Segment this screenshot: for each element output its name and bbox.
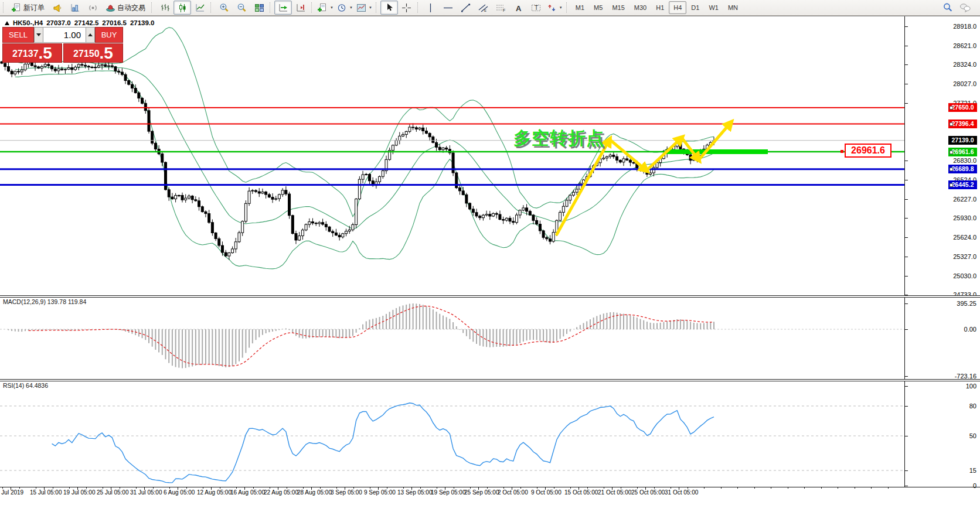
- chat-button[interactable]: [957, 1, 974, 15]
- date-minor-tick: [503, 487, 504, 489]
- tile-windows-icon: [254, 4, 264, 12]
- toolbar-handle[interactable]: [210, 2, 213, 13]
- signals-button[interactable]: [84, 1, 101, 15]
- trendline-button[interactable]: [457, 1, 475, 15]
- date-minor-tick: [36, 487, 36, 489]
- toolbar-handle[interactable]: [566, 2, 569, 13]
- date-tick: [345, 487, 345, 490]
- date-label: 22 Aug 05:00: [264, 489, 298, 496]
- vertical-line-button[interactable]: [422, 1, 440, 15]
- time-axis-line[interactable]: [0, 487, 980, 487]
- date-minor-tick: [186, 487, 187, 489]
- price-callout-box[interactable]: 26961.6: [845, 144, 891, 158]
- price-tick: [904, 276, 908, 277]
- timeframe-d1[interactable]: D1: [686, 1, 704, 14]
- zoom-in-button[interactable]: [215, 1, 233, 15]
- chevron-down-icon: ▼: [349, 6, 353, 9]
- bid-frac: .5: [39, 45, 52, 62]
- text-button[interactable]: A: [510, 1, 528, 15]
- text-label-button[interactable]: T: [528, 1, 545, 15]
- date-minor-tick: [554, 487, 554, 489]
- arrows-button[interactable]: ▼: [545, 1, 564, 15]
- date-minor-tick: [871, 487, 872, 489]
- tile-windows-button[interactable]: [250, 1, 268, 15]
- bid-price[interactable]: 27137 .5: [2, 43, 62, 63]
- rsi-layer[interactable]: [0, 403, 904, 483]
- indicators-button[interactable]: ▼: [316, 1, 335, 15]
- annotation-text[interactable]: 多空转折点: [513, 127, 604, 151]
- sell-button[interactable]: SELL: [2, 27, 34, 43]
- date-minor-tick: [236, 487, 237, 489]
- price-tick-label: 28621.0: [953, 42, 976, 49]
- date-minor-tick: [470, 487, 471, 489]
- chevron-down-icon: ▼: [559, 6, 563, 9]
- date-minor-tick: [203, 487, 203, 489]
- cursor-button[interactable]: [380, 1, 398, 15]
- timeframe-h4[interactable]: H4: [669, 1, 686, 14]
- main-chart-layer[interactable]: [0, 28, 904, 269]
- new-order-button[interactable]: 新订单: [8, 1, 49, 15]
- macd-panel-separator[interactable]: [0, 295, 980, 298]
- date-minor-tick: [437, 487, 437, 489]
- auto-scroll-button[interactable]: [274, 1, 292, 15]
- chart-canvas[interactable]: [0, 0, 980, 505]
- chart-shift-button[interactable]: [292, 1, 309, 15]
- macd-layer[interactable]: [0, 303, 904, 368]
- timeframe-h1[interactable]: H1: [651, 1, 669, 14]
- news-button[interactable]: [49, 1, 66, 15]
- volume-input[interactable]: [43, 27, 86, 43]
- toolbar-handle[interactable]: [151, 2, 154, 13]
- rsi-panel-separator[interactable]: [0, 379, 980, 381]
- buy-button[interactable]: BUY: [95, 27, 123, 43]
- date-tick: [545, 487, 546, 490]
- chart-bars-button[interactable]: [156, 1, 173, 15]
- date-minor-tick: [287, 487, 287, 489]
- rsi-tick: [904, 486, 908, 486]
- date-minor-tick: [737, 487, 738, 489]
- channel-button[interactable]: E: [475, 1, 492, 15]
- toolbar-handle[interactable]: [270, 2, 273, 13]
- timeframe-m30[interactable]: M30: [629, 1, 651, 14]
- toolbar-handle[interactable]: [311, 2, 314, 13]
- templates-button[interactable]: ▼: [355, 1, 374, 15]
- toolbar-handle[interactable]: [417, 2, 420, 13]
- volume-increase-button[interactable]: [86, 27, 95, 43]
- toolbar-handle[interactable]: [376, 2, 379, 13]
- timeframe-m1[interactable]: M1: [571, 1, 589, 14]
- date-minor-tick: [370, 487, 370, 489]
- price-axis-line[interactable]: [904, 16, 905, 487]
- ask-price[interactable]: 27150 .5: [63, 43, 123, 63]
- date-minor-tick: [487, 487, 488, 489]
- level-price-badge: 26961.6: [948, 148, 977, 156]
- date-minor-tick: [671, 487, 671, 489]
- auto-trading-button[interactable]: 自动交易: [101, 1, 149, 15]
- chart-collapse-icon[interactable]: [5, 21, 9, 25]
- timeframe-m15[interactable]: M15: [607, 1, 629, 14]
- timeframe-w1[interactable]: W1: [704, 1, 723, 14]
- volume-decrease-button[interactable]: [34, 27, 43, 43]
- timeframe-m5[interactable]: M5: [589, 1, 607, 14]
- zoom-out-button[interactable]: [233, 1, 250, 15]
- horizontal-line-icon: [443, 4, 453, 12]
- clock-icon: [337, 4, 347, 12]
- date-minor-tick: [303, 487, 304, 489]
- level-price-badge: 27396.4: [948, 120, 977, 128]
- fibonacci-button[interactable]: F: [492, 1, 510, 15]
- chart-shift-icon: [296, 4, 306, 12]
- market-button[interactable]: [66, 1, 84, 15]
- crosshair-button[interactable]: [398, 1, 416, 15]
- periods-button[interactable]: ▼: [335, 1, 355, 15]
- chart-candles-button[interactable]: [173, 1, 191, 15]
- date-label: 19 Jul 05:00: [63, 489, 96, 496]
- horizontal-line-button[interactable]: [440, 1, 457, 15]
- toolbar-handle[interactable]: [3, 2, 6, 13]
- chart-line-button[interactable]: [191, 1, 209, 15]
- search-button[interactable]: [939, 1, 957, 15]
- price-tick-label: 28027.0: [953, 80, 976, 87]
- date-tick: [679, 487, 679, 490]
- vertical-line-icon: [426, 4, 435, 12]
- date-label: 25 Oct 05:00: [631, 489, 665, 496]
- timeframe-mn[interactable]: MN: [723, 1, 743, 14]
- auto-scroll-icon: [278, 4, 288, 12]
- chart-blue-icon: [70, 4, 80, 12]
